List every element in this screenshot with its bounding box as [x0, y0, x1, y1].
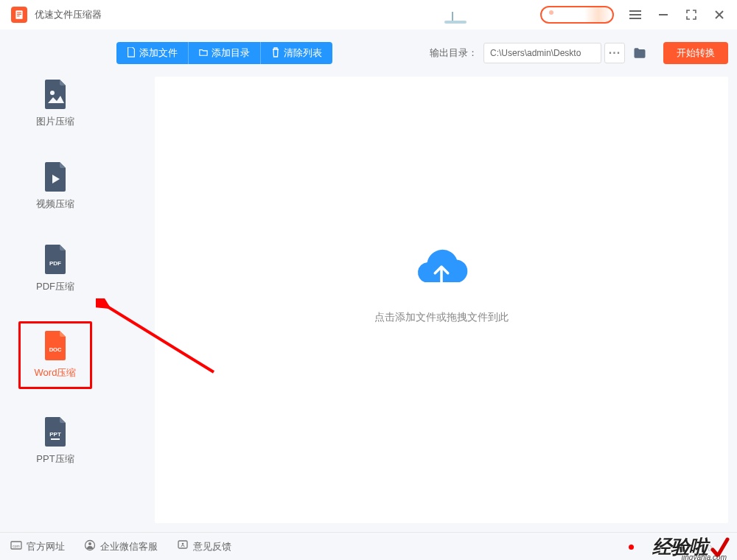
app-logo-icon [11, 7, 27, 23]
clear-list-button[interactable]: 清除列表 [260, 42, 332, 64]
svg-point-7 [50, 91, 55, 95]
add-file-button[interactable]: 添加文件 [116, 42, 188, 64]
file-add-icon [127, 47, 136, 60]
notification-dot-icon [629, 545, 634, 550]
add-folder-button[interactable]: 添加目录 [188, 42, 260, 64]
svg-rect-3 [17, 15, 20, 16]
decorative-mast-icon [444, 6, 467, 24]
window-controls [629, 8, 726, 21]
ppt-file-icon: PPT [43, 417, 67, 447]
drop-zone[interactable]: 点击添加文件或拖拽文件到此 [155, 77, 728, 523]
svg-text:PDF: PDF [49, 260, 61, 267]
clear-list-label: 清除列表 [284, 46, 322, 60]
sidebar-item-label: 视频压缩 [36, 197, 74, 211]
folder-add-icon [199, 47, 208, 60]
sidebar-item-label: PPT压缩 [36, 452, 74, 466]
sidebar-item-pdf-compress[interactable]: PDF PDF压缩 [18, 239, 92, 299]
support-icon [84, 539, 96, 553]
video-file-icon [43, 162, 67, 192]
watermark: 经验啦 jingyanla.com [652, 534, 730, 560]
add-file-label: 添加文件 [139, 46, 178, 60]
app-title: 优速文件压缩器 [35, 8, 102, 21]
content-area: 添加文件 添加目录 清除列表 输出目录： C:\Users\admin\Desk… [111, 29, 737, 532]
drop-zone-hint: 点击添加文件或拖拽文件到此 [374, 311, 509, 324]
footer: com 官方网址 企业微信客服 意见反馈 2.0.0 经验啦 jingyanla… [0, 532, 737, 560]
svg-rect-1 [17, 13, 21, 13]
official-site-label: 官方网址 [27, 540, 65, 553]
drop-zone-graphic: 点击添加文件或拖拽文件到此 [374, 246, 509, 324]
feedback-label: 意见反馈 [193, 540, 231, 553]
sidebar-item-label: 图片压缩 [36, 115, 74, 128]
sidebar: 图片压缩 视频压缩 PDF PDF压缩 DOC Word压缩 PPT PPT压缩 [0, 29, 111, 532]
folder-icon [632, 46, 647, 60]
pdf-file-icon: PDF [43, 245, 67, 274]
open-folder-button[interactable] [629, 43, 650, 63]
menu-button[interactable] [629, 8, 642, 21]
image-file-icon [43, 80, 67, 109]
website-icon: com [10, 539, 22, 553]
wechat-support-link[interactable]: 企业微信客服 [84, 539, 158, 553]
fullscreen-button[interactable] [685, 8, 698, 21]
svg-text:PPT: PPT [49, 431, 61, 438]
svg-point-18 [182, 543, 184, 545]
feedback-icon [177, 539, 189, 553]
main-area: 图片压缩 视频压缩 PDF PDF压缩 DOC Word压缩 PPT PPT压缩 [0, 29, 737, 532]
toolbar: 添加文件 添加目录 清除列表 输出目录： C:\Users\admin\Desk… [111, 29, 728, 77]
svg-point-16 [88, 542, 91, 545]
wechat-support-label: 企业微信客服 [100, 540, 158, 553]
minimize-button[interactable] [657, 8, 670, 21]
sidebar-item-word-compress[interactable]: DOC Word压缩 [18, 321, 92, 389]
sidebar-item-label: PDF压缩 [36, 280, 74, 293]
promo-badge[interactable] [540, 6, 614, 24]
add-folder-label: 添加目录 [212, 46, 250, 60]
toolbar-button-group: 添加文件 添加目录 清除列表 [116, 42, 332, 64]
feedback-link[interactable]: 意见反馈 [177, 539, 231, 553]
svg-text:com: com [13, 544, 19, 548]
cloud-upload-icon [408, 246, 475, 298]
close-button[interactable] [713, 8, 726, 21]
browse-button[interactable]: ··· [604, 43, 625, 63]
title-bar: 优速文件压缩器 [0, 0, 737, 29]
output-dir-label: 输出目录： [430, 46, 478, 60]
watermark-sub: jingyanla.com [682, 553, 727, 560]
sidebar-item-label: Word压缩 [35, 366, 77, 379]
official-site-link[interactable]: com 官方网址 [10, 539, 65, 553]
sidebar-item-image-compress[interactable]: 图片压缩 [18, 74, 92, 134]
svg-rect-2 [17, 14, 21, 15]
sidebar-item-ppt-compress[interactable]: PPT PPT压缩 [18, 411, 92, 472]
sidebar-item-video-compress[interactable]: 视频压缩 [18, 156, 92, 217]
trash-icon [271, 47, 280, 60]
doc-file-icon: DOC [43, 331, 67, 360]
svg-rect-11 [51, 438, 60, 440]
start-convert-button[interactable]: 开始转换 [663, 42, 728, 64]
svg-text:DOC: DOC [49, 346, 62, 353]
output-path-field[interactable]: C:\Users\admin\Deskto [483, 43, 601, 63]
